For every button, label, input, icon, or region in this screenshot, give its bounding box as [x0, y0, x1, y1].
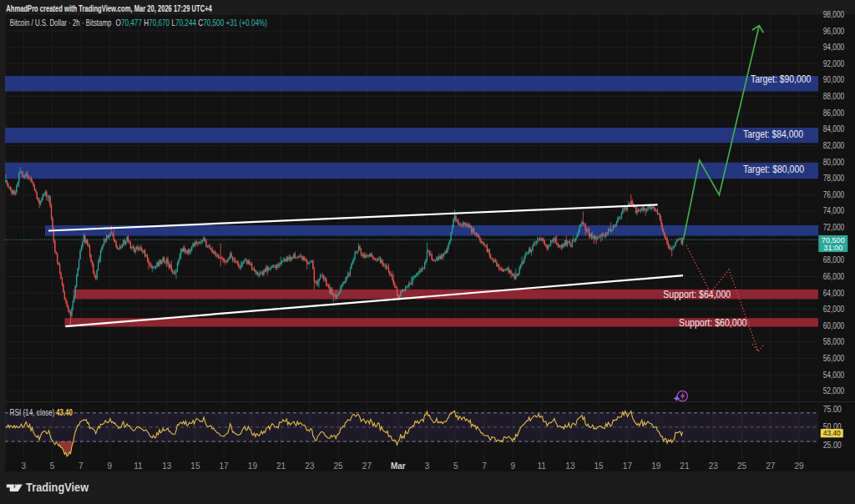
svg-text:74,000: 74,000 — [823, 206, 845, 215]
svg-text:88,000: 88,000 — [823, 92, 845, 101]
svg-text:75.00: 75.00 — [823, 405, 842, 414]
svg-text:86,000: 86,000 — [823, 108, 845, 118]
svg-text:90,000: 90,000 — [823, 75, 845, 84]
svg-text:76,000: 76,000 — [823, 190, 845, 199]
svg-text:11: 11 — [134, 461, 143, 471]
svg-text:78,000: 78,000 — [823, 174, 845, 183]
svg-text:54,000: 54,000 — [823, 370, 845, 380]
svg-text:RSI (14, close): RSI (14, close) — [10, 408, 55, 417]
svg-text:13: 13 — [565, 461, 575, 471]
svg-text:52,000: 52,000 — [823, 386, 845, 396]
svg-text:Support: $64,000: Support: $64,000 — [663, 289, 731, 300]
svg-text:96,000: 96,000 — [823, 27, 845, 36]
svg-text:Support: $60,000: Support: $60,000 — [679, 317, 746, 329]
svg-text:84,000: 84,000 — [823, 124, 845, 134]
svg-text:64,000: 64,000 — [823, 289, 845, 298]
svg-text:25: 25 — [334, 461, 344, 471]
svg-text:3: 3 — [425, 461, 430, 471]
svg-text:Mar: Mar — [391, 461, 406, 471]
svg-text:43.40: 43.40 — [823, 429, 841, 437]
svg-text:Bitcoin / U.S. Dollar · 2h · B: Bitcoin / U.S. Dollar · 2h · Bitstamp — [10, 18, 112, 28]
svg-text:11: 11 — [537, 461, 546, 471]
svg-text:5: 5 — [453, 461, 458, 471]
svg-text:21: 21 — [680, 461, 690, 471]
svg-text:7: 7 — [78, 461, 83, 471]
svg-text:15: 15 — [190, 461, 200, 471]
svg-text:94,000: 94,000 — [823, 43, 845, 52]
svg-text:5: 5 — [50, 461, 55, 471]
svg-text:23: 23 — [305, 461, 315, 471]
svg-text:21: 21 — [276, 461, 286, 471]
svg-text:13: 13 — [162, 461, 172, 471]
svg-text:98,000: 98,000 — [823, 10, 845, 19]
svg-text:19: 19 — [248, 461, 258, 471]
svg-text:60,000: 60,000 — [823, 321, 845, 330]
svg-text:9: 9 — [107, 461, 112, 471]
svg-text:25: 25 — [737, 461, 747, 471]
svg-text:23: 23 — [709, 461, 719, 471]
svg-text:TradingView: TradingView — [26, 481, 89, 494]
svg-text:AhmadPro created with TradingV: AhmadPro created with TradingView.com, M… — [6, 3, 212, 13]
svg-text:31:00: 31:00 — [823, 244, 842, 252]
svg-text:82,000: 82,000 — [823, 141, 845, 150]
svg-text:29: 29 — [794, 461, 804, 471]
svg-text:17: 17 — [220, 461, 230, 471]
svg-text:43.40: 43.40 — [56, 408, 73, 417]
svg-text:58,000: 58,000 — [823, 337, 845, 346]
svg-text:56,000: 56,000 — [823, 354, 845, 363]
svg-text:68,000: 68,000 — [823, 255, 845, 265]
svg-text:27: 27 — [766, 461, 776, 471]
svg-text:72,000: 72,000 — [823, 223, 845, 232]
svg-text:Target: $80,000: Target: $80,000 — [743, 164, 804, 175]
svg-text:O70,477 H70,670 L70,244 C70,50: O70,477 H70,670 L70,244 C70,500 +31 (+0.… — [116, 18, 267, 28]
svg-text:19: 19 — [651, 461, 661, 471]
svg-text:66,000: 66,000 — [823, 272, 845, 281]
svg-text:Target: $90,000: Target: $90,000 — [751, 73, 811, 85]
svg-text:27: 27 — [362, 461, 372, 471]
svg-text:Target: $84,000: Target: $84,000 — [743, 129, 803, 140]
svg-text:3: 3 — [22, 461, 27, 471]
svg-text:92,000: 92,000 — [823, 59, 845, 68]
svg-text:17: 17 — [623, 461, 633, 471]
svg-text:7: 7 — [482, 461, 487, 471]
svg-text:15: 15 — [594, 461, 605, 471]
svg-text:25.00: 25.00 — [823, 441, 842, 450]
svg-text:62,000: 62,000 — [823, 305, 845, 314]
svg-text:80,000: 80,000 — [823, 158, 845, 167]
svg-text:9: 9 — [511, 461, 516, 471]
